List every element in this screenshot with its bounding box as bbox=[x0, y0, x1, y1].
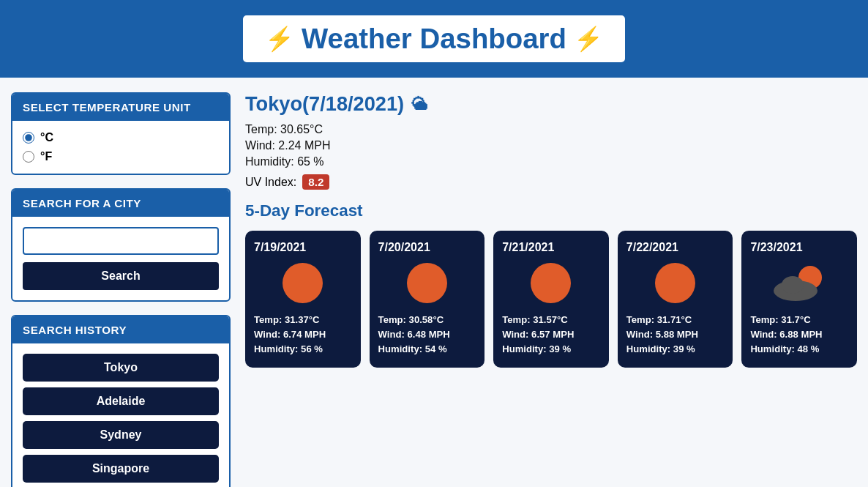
title-text: Weather Dashboard bbox=[302, 23, 566, 55]
forecast-card: 7/20/2021Temp: 30.58°CWind: 6.48 MPHHumi… bbox=[370, 231, 485, 368]
bolt-right-icon: ⚡ bbox=[574, 25, 603, 53]
temp-unit-card: SELECT TEMPERATURE UNIT °C °F bbox=[11, 92, 231, 175]
uv-label: UV Index: bbox=[245, 176, 296, 189]
header-title-box: ⚡ Weather Dashboard ⚡ bbox=[241, 13, 627, 64]
current-weather: Temp: 30.65°C Wind: 2.24 MPH Humidity: 6… bbox=[245, 123, 857, 190]
fahrenheit-radio-label[interactable]: °F bbox=[23, 150, 219, 163]
search-button[interactable]: Search bbox=[23, 262, 219, 290]
fahrenheit-label: °F bbox=[40, 150, 52, 163]
forecast-icon-area bbox=[502, 263, 600, 303]
forecast-icon-area bbox=[750, 263, 848, 303]
history-item[interactable]: Adelaide bbox=[23, 387, 219, 415]
search-input[interactable] bbox=[23, 227, 219, 255]
history-card: SEARCH HISTORY TokyoAdelaideSydneySingap… bbox=[11, 315, 231, 487]
uv-row: UV Index: 8.2 bbox=[245, 174, 857, 190]
celsius-radio[interactable] bbox=[23, 132, 34, 144]
forecast-date: 7/22/2021 bbox=[626, 241, 725, 254]
forecast-weather: Temp: 31.7°CWind: 6.88 MPHHumidity: 48 % bbox=[750, 313, 848, 355]
cloud-icon bbox=[772, 263, 827, 303]
temp-unit-body: °C °F bbox=[12, 121, 229, 174]
sun-icon bbox=[655, 263, 695, 303]
forecast-icon-area bbox=[626, 263, 725, 303]
celsius-label: °C bbox=[40, 131, 53, 144]
main-layout: SELECT TEMPERATURE UNIT °C °F SEARCH FOR… bbox=[0, 78, 868, 487]
sun-icon bbox=[407, 263, 447, 303]
history-body: TokyoAdelaideSydneySingapore bbox=[12, 343, 229, 487]
forecast-date: 7/20/2021 bbox=[378, 241, 476, 254]
temp-unit-radio-group: °C °F bbox=[23, 131, 219, 163]
forecast-grid: 7/19/2021Temp: 31.37°CWind: 6.74 MPHHumi… bbox=[245, 231, 857, 368]
forecast-icon-area bbox=[254, 263, 352, 303]
uv-badge: 8.2 bbox=[302, 174, 329, 190]
forecast-weather: Temp: 31.71°CWind: 5.88 MPHHumidity: 39 … bbox=[626, 313, 725, 355]
history-item[interactable]: Singapore bbox=[23, 455, 219, 483]
forecast-card: 7/21/2021Temp: 31.57°CWind: 6.57 MPHHumi… bbox=[493, 231, 609, 368]
search-header: SEARCH FOR A CITY bbox=[12, 190, 229, 217]
forecast-title: 5-Day Forecast bbox=[245, 201, 857, 220]
forecast-card: 7/22/2021Temp: 31.71°CWind: 5.88 MPHHumi… bbox=[618, 231, 733, 368]
bolt-left-icon: ⚡ bbox=[265, 25, 294, 53]
city-title-row: Tokyo(7/18/2021) 🌥 bbox=[245, 92, 857, 116]
app-header: ⚡ Weather Dashboard ⚡ bbox=[0, 0, 868, 78]
app-title: ⚡ Weather Dashboard ⚡ bbox=[265, 23, 603, 55]
main-content: Tokyo(7/18/2021) 🌥 Temp: 30.65°C Wind: 2… bbox=[245, 92, 857, 487]
history-list: TokyoAdelaideSydneySingapore bbox=[23, 354, 219, 483]
current-wind: Wind: 2.24 MPH bbox=[245, 139, 857, 152]
history-item[interactable]: Tokyo bbox=[23, 354, 219, 382]
forecast-date: 7/23/2021 bbox=[750, 241, 848, 254]
forecast-date: 7/21/2021 bbox=[502, 241, 600, 254]
city-title-text: Tokyo(7/18/2021) bbox=[245, 92, 404, 116]
sun-icon bbox=[531, 263, 571, 303]
city-weather-icon: 🌥 bbox=[411, 94, 427, 114]
celsius-radio-label[interactable]: °C bbox=[23, 131, 219, 144]
search-card: SEARCH FOR A CITY Search bbox=[11, 188, 231, 302]
forecast-card: 7/23/2021Temp: 31.7°CWind: 6.88 MPHHumid… bbox=[741, 231, 857, 368]
sun-icon bbox=[283, 263, 323, 303]
forecast-date: 7/19/2021 bbox=[254, 241, 352, 254]
current-temp: Temp: 30.65°C bbox=[245, 123, 857, 136]
forecast-weather: Temp: 30.58°CWind: 6.48 MPHHumidity: 54 … bbox=[378, 313, 476, 355]
forecast-weather: Temp: 31.37°CWind: 6.74 MPHHumidity: 56 … bbox=[254, 313, 352, 355]
forecast-weather: Temp: 31.57°CWind: 6.57 MPHHumidity: 39 … bbox=[502, 313, 600, 355]
history-header: SEARCH HISTORY bbox=[12, 316, 229, 343]
search-body: Search bbox=[12, 217, 229, 300]
current-humidity: Humidity: 65 % bbox=[245, 155, 857, 168]
fahrenheit-radio[interactable] bbox=[23, 151, 34, 163]
temp-unit-header: SELECT TEMPERATURE UNIT bbox=[12, 94, 229, 121]
forecast-icon-area bbox=[378, 263, 476, 303]
svg-point-2 bbox=[782, 276, 804, 294]
history-item[interactable]: Sydney bbox=[23, 421, 219, 449]
forecast-card: 7/19/2021Temp: 31.37°CWind: 6.74 MPHHumi… bbox=[245, 231, 361, 368]
sidebar: SELECT TEMPERATURE UNIT °C °F SEARCH FOR… bbox=[11, 92, 231, 487]
